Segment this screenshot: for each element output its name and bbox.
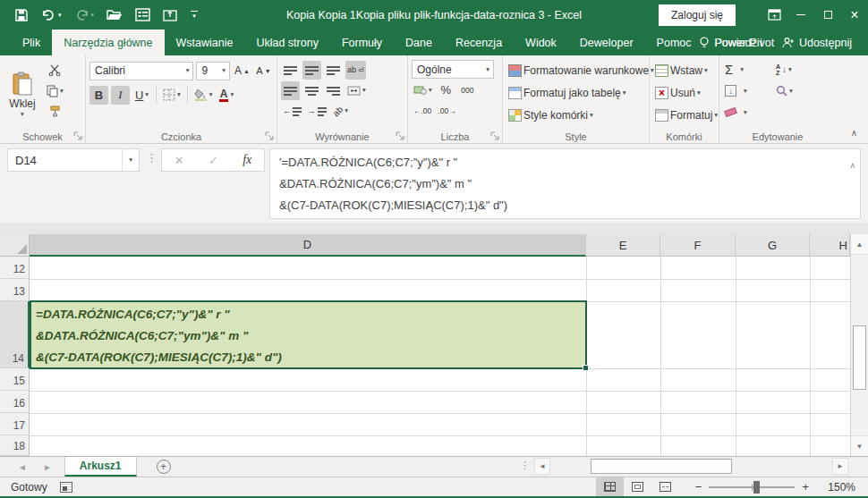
sort-filter-button[interactable]: AZ ↓▾ — [774, 60, 794, 79]
row-header-15[interactable]: 15 — [0, 368, 30, 391]
save-icon[interactable] — [14, 8, 29, 22]
increase-decimal-button[interactable]: ←.00 — [412, 101, 433, 120]
confirm-entry-icon[interactable]: ✓ — [208, 154, 218, 167]
macro-record-icon[interactable] — [60, 482, 72, 493]
column-header-f[interactable]: F — [660, 234, 736, 257]
clear-button[interactable]: ▾ — [723, 103, 771, 122]
tab-plik[interactable]: Plik — [11, 30, 52, 55]
delete-cells-button[interactable]: Usuń▾ — [653, 83, 715, 102]
tab-deweloper[interactable]: Deweloper — [568, 30, 645, 55]
column-header-g[interactable]: G — [736, 234, 810, 257]
font-size-combo[interactable]: 9▾ — [196, 62, 230, 80]
horizontal-scrollbar-thumb[interactable] — [591, 459, 732, 474]
normal-view-button[interactable] — [596, 477, 624, 496]
comma-style-button[interactable]: 000 — [458, 80, 477, 99]
align-right-button[interactable] — [324, 81, 343, 100]
redo-button[interactable]: ▾ — [74, 9, 95, 21]
align-center-button[interactable] — [302, 81, 321, 100]
paste-button[interactable]: Wklej ▾ — [4, 58, 41, 129]
add-sheet-icon[interactable]: + — [157, 460, 171, 474]
accounting-format-button[interactable]: ▾ — [412, 80, 434, 99]
tell-me-box[interactable]: Powiedz i — [692, 37, 770, 49]
borders-button[interactable]: ▾ — [161, 86, 183, 105]
open-file-icon[interactable] — [106, 8, 123, 21]
copy-button[interactable]: ▾ — [45, 81, 65, 100]
tab-recenzja[interactable]: Recenzja — [444, 30, 514, 55]
page-layout-view-button[interactable] — [624, 477, 651, 496]
maximize-button[interactable] — [814, 0, 841, 30]
cell-styles-button[interactable]: Style komórki▾ — [506, 106, 645, 124]
undo-dropdown-icon[interactable]: ▾ — [58, 12, 62, 19]
cut-button[interactable] — [45, 61, 65, 80]
insert-cells-button[interactable]: Wstaw▾ — [653, 61, 715, 80]
row-header-18[interactable]: 18 — [0, 435, 30, 456]
row-header-13[interactable]: 13 — [0, 279, 30, 301]
select-all-corner[interactable] — [0, 234, 30, 257]
tab-dane[interactable]: Dane — [394, 30, 444, 55]
form-view-icon[interactable] — [135, 8, 150, 21]
page-break-view-button[interactable] — [651, 477, 679, 496]
tab-wstawianie[interactable]: Wstawianie — [165, 30, 245, 55]
tab-narzedzia-glowne[interactable]: Narzędzia główne — [52, 30, 164, 55]
scroll-up-icon[interactable]: ▲ — [851, 234, 868, 255]
collapse-ribbon-icon[interactable]: ∧ — [851, 128, 857, 138]
sheet-nav-right-icon[interactable]: ► — [43, 462, 52, 472]
worksheet-grid[interactable]: D E F G H 12 13 14 15 16 17 18 =DATA.RÓŻ… — [0, 234, 868, 456]
format-cells-button[interactable]: Formatuj▾ — [653, 106, 715, 124]
formula-bar-splitter[interactable]: ⋮ — [146, 151, 157, 165]
zoom-in-button[interactable]: + — [802, 480, 809, 494]
vertical-scrollbar-thumb[interactable] — [853, 325, 866, 390]
number-dialog-launcher-icon[interactable] — [490, 131, 500, 141]
login-button[interactable]: Zaloguj się — [659, 4, 736, 26]
touch-mouse-mode-icon[interactable] — [163, 8, 178, 22]
sheet-nav-left-icon[interactable]: ◄ — [18, 462, 27, 472]
name-box[interactable]: D14 ▾ — [7, 148, 140, 172]
collapse-formula-bar-icon[interactable]: ∧ — [849, 155, 855, 176]
italic-button[interactable]: I — [111, 86, 130, 105]
grow-font-button[interactable]: A▲ — [233, 62, 251, 80]
merge-center-button[interactable]: ▾ — [345, 81, 368, 100]
tab-uklad-strony[interactable]: Układ strony — [244, 30, 329, 55]
shrink-font-button[interactable]: A▼ — [254, 62, 273, 80]
redo-dropdown-icon[interactable]: ▾ — [91, 12, 95, 19]
row-header-14[interactable]: 14 — [0, 301, 30, 368]
row-header-12[interactable]: 12 — [0, 257, 30, 279]
percent-style-button[interactable]: % — [437, 80, 455, 99]
tab-widok[interactable]: Widok — [514, 30, 568, 55]
name-box-dropdown-icon[interactable]: ▾ — [122, 149, 139, 171]
vertical-scrollbar[interactable]: ▲ ▼ — [850, 234, 868, 456]
align-bottom-button[interactable] — [324, 61, 343, 80]
increase-indent-button[interactable]: → — [306, 102, 328, 121]
minimize-button[interactable] — [787, 0, 814, 30]
autosum-button[interactable]: Σ▾ — [723, 60, 771, 79]
conditional-formatting-button[interactable]: Formatowanie warunkowe▾ — [506, 61, 645, 80]
zoom-slider[interactable] — [709, 486, 795, 488]
column-header-e[interactable]: E — [586, 234, 660, 257]
align-left-button[interactable] — [281, 81, 300, 100]
alignment-dialog-launcher-icon[interactable] — [396, 131, 405, 141]
share-button[interactable]: Udostępnij — [775, 37, 859, 49]
font-name-combo[interactable]: Calibri▾ — [89, 62, 193, 80]
format-painter-button[interactable] — [45, 102, 65, 121]
number-format-combo[interactable]: Ogólne▾ — [412, 60, 494, 79]
sheetbar-splitter[interactable]: ⋮ — [520, 460, 530, 471]
sheet-tab-arkusz1[interactable]: Arkusz1 — [64, 457, 137, 477]
decrease-indent-button[interactable]: ← — [281, 102, 303, 121]
font-dialog-launcher-icon[interactable] — [265, 131, 275, 141]
fill-handle[interactable] — [583, 365, 589, 371]
align-middle-button[interactable] — [302, 61, 321, 80]
format-as-table-button[interactable]: Formatuj jako tabelę▾ — [506, 83, 645, 102]
decrease-decimal-button[interactable]: .00→ — [436, 101, 457, 120]
ribbon-display-options-icon[interactable] — [761, 0, 787, 30]
font-color-button[interactable]: A▾ — [217, 86, 236, 105]
scroll-down-icon[interactable]: ▼ — [851, 435, 868, 456]
zoom-slider-thumb[interactable] — [753, 481, 760, 494]
row-header-16[interactable]: 16 — [0, 391, 30, 413]
customize-qat-icon[interactable]: ▾ — [191, 11, 198, 20]
clipboard-dialog-launcher-icon[interactable] — [73, 131, 83, 141]
zoom-out-button[interactable]: − — [695, 480, 702, 494]
cancel-entry-icon[interactable]: ✕ — [174, 154, 184, 167]
align-top-button[interactable] — [281, 61, 300, 80]
column-header-d[interactable]: D — [30, 234, 586, 257]
zoom-level[interactable]: 150% — [821, 481, 855, 494]
